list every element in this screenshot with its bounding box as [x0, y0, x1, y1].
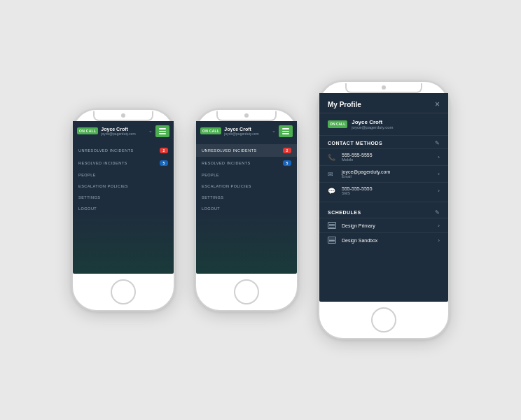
- phone-3-home-button[interactable]: [371, 307, 396, 332]
- menu-item-2-resolved-badge: 5: [283, 160, 291, 166]
- hamburger-line-1: [282, 128, 289, 130]
- menu-item-2-escalation-label: ESCALATION POLICIES: [202, 184, 291, 188]
- phone-1-on-call-badge: ON CALL: [77, 127, 98, 134]
- phone-1-menu-screen: ON CALL Joyce Croft joyce@pagerduty.com …: [73, 121, 174, 274]
- sms-icon: 💬: [328, 188, 336, 195]
- profile-on-call-badge: ON CALL: [328, 120, 347, 128]
- menu-item-unresolved[interactable]: UNRESOLVED INCIDENTS 2: [73, 144, 174, 157]
- menu-item-escalation[interactable]: ESCALATION POLICIES: [73, 181, 174, 192]
- phone-2-top-bar: [216, 111, 277, 121]
- profile-header: My Profile ×: [319, 93, 448, 113]
- schedule-design-primary[interactable]: Design Primary ›: [319, 218, 448, 232]
- menu-item-2-settings[interactable]: SETTINGS: [196, 192, 297, 203]
- menu-item-logout-label: LOGOUT: [78, 206, 168, 211]
- contact-email-chevron-icon: ›: [438, 171, 440, 177]
- menu-item-2-escalation[interactable]: ESCALATION POLICIES: [196, 181, 297, 192]
- menu-item-2-unresolved-badge: 2: [283, 148, 291, 153]
- menu-item-2-people[interactable]: PEOPLE: [196, 169, 297, 181]
- menu-item-unresolved-badge: 2: [160, 148, 168, 153]
- schedules-title: SCHEDULES: [328, 210, 361, 215]
- phone-2-menu-items: UNRESOLVED INCIDENTS 2 RESOLVED INCIDENT…: [196, 141, 297, 217]
- phone-2-hamburger-button[interactable]: [279, 125, 293, 137]
- phone-3: My Profile × ON CALL Joyce Croft joyce@p…: [318, 80, 450, 340]
- section-divider: [319, 202, 448, 202]
- contact-phone[interactable]: 📞 555-555-5555 Mobile ›: [319, 148, 448, 165]
- schedules-edit-icon[interactable]: ✎: [435, 209, 440, 216]
- phone-2-menu-screen: ON CALL Joyce Croft joyce@pagerduty.com …: [196, 121, 297, 274]
- contact-sms-type: SMS: [342, 191, 438, 195]
- phone-2-user-info: Joyce Croft joyce@pagerduty.com: [224, 127, 269, 136]
- menu-item-settings-label: SETTINGS: [78, 195, 168, 200]
- phone-2-screen-wrapper: ON CALL Joyce Croft joyce@pagerduty.com …: [196, 121, 297, 274]
- schedule-primary-chevron-icon: ›: [438, 223, 440, 229]
- menu-item-2-unresolved[interactable]: UNRESOLVED INCIDENTS 2: [196, 144, 297, 157]
- contact-methods-title: CONTACT METHODS: [328, 141, 382, 146]
- menu-item-2-logout-label: LOGOUT: [202, 206, 291, 211]
- profile-user-row: ON CALL Joyce Croft joyce@pagerduty.com: [319, 113, 448, 136]
- phone-2-user-email: joyce@pagerduty.com: [224, 132, 269, 136]
- schedule-sandbox-icon: [328, 237, 336, 244]
- contact-phone-value: 555-555-5555: [342, 153, 438, 158]
- contact-sms[interactable]: 💬 555-555-5555 SMS ›: [319, 182, 448, 199]
- schedule-primary-icon: [328, 222, 336, 229]
- hamburger-line-1: [159, 128, 166, 130]
- menu-item-people[interactable]: PEOPLE: [73, 169, 174, 181]
- phone-2-home-button[interactable]: [234, 279, 259, 304]
- menu-item-unresolved-label: UNRESOLVED INCIDENTS: [78, 148, 160, 153]
- phone-3-top-bar: [345, 83, 422, 93]
- phone-1: ON CALL Joyce Croft joyce@pagerduty.com …: [71, 108, 175, 312]
- contact-email-type: Email: [342, 174, 438, 178]
- phone-1-top-bar: [93, 111, 153, 121]
- schedule-sandbox-chevron-icon: ›: [438, 237, 440, 244]
- menu-item-2-logout[interactable]: LOGOUT: [196, 203, 297, 214]
- menu-item-resolved[interactable]: RESOLVED INCIDENTS 5: [73, 157, 174, 169]
- contact-email[interactable]: ✉ joyce@pagerduty.com Email ›: [319, 165, 448, 182]
- menu-item-escalation-label: ESCALATION POLICIES: [78, 184, 168, 188]
- phone-1-menu-items: UNRESOLVED INCIDENTS 2 RESOLVED INCIDENT…: [73, 141, 174, 217]
- phone-1-header: ON CALL Joyce Croft joyce@pagerduty.com …: [73, 121, 174, 141]
- phone-1-hamburger-button[interactable]: [155, 125, 169, 137]
- schedule-sandbox-label: Design Sandbox: [342, 238, 438, 243]
- phone-1-user-email: joyce@pagerduty.com: [101, 132, 146, 136]
- menu-item-logout[interactable]: LOGOUT: [73, 203, 174, 214]
- phone-1-user-name: Joyce Croft: [101, 127, 146, 132]
- schedules-section-header: SCHEDULES ✎: [319, 205, 448, 218]
- phone-1-user-info: Joyce Croft joyce@pagerduty.com: [101, 127, 146, 136]
- profile-user-email: joyce@pagerduty.com: [352, 125, 393, 130]
- email-icon: ✉: [328, 171, 336, 178]
- hamburger-line-3: [159, 133, 166, 134]
- menu-item-people-label: PEOPLE: [78, 173, 168, 177]
- close-button[interactable]: ×: [435, 100, 440, 108]
- menu-item-resolved-badge: 5: [160, 160, 168, 166]
- hamburger-line-3: [282, 133, 289, 134]
- menu-item-2-resolved[interactable]: RESOLVED INCIDENTS 5: [196, 157, 297, 169]
- phone-2: ON CALL Joyce Croft joyce@pagerduty.com …: [195, 108, 298, 312]
- contact-sms-value: 555-555-5555: [342, 186, 438, 191]
- menu-item-2-resolved-label: RESOLVED INCIDENTS: [202, 161, 283, 165]
- contact-phone-type: Mobile: [342, 158, 438, 162]
- contact-sms-text: 555-555-5555 SMS: [342, 186, 438, 195]
- profile-title: My Profile: [328, 101, 361, 108]
- menu-item-2-people-label: PEOPLE: [202, 173, 291, 177]
- menu-item-resolved-label: RESOLVED INCIDENTS: [78, 161, 160, 165]
- contact-email-value: joyce@pagerduty.com: [342, 169, 438, 174]
- phone-2-on-call-badge: ON CALL: [200, 127, 221, 134]
- menu-item-settings[interactable]: SETTINGS: [73, 192, 174, 203]
- phone-1-home-button[interactable]: [111, 279, 136, 304]
- phone-2-header: ON CALL Joyce Croft joyce@pagerduty.com …: [196, 121, 297, 141]
- contact-sms-chevron-icon: ›: [438, 188, 440, 194]
- phone-2-user-name: Joyce Croft: [224, 127, 269, 132]
- contact-phone-text: 555-555-5555 Mobile: [342, 153, 438, 162]
- profile-user-info: Joyce Croft joyce@pagerduty.com: [352, 119, 393, 130]
- contact-edit-icon[interactable]: ✎: [435, 140, 440, 146]
- phone-3-profile-screen: My Profile × ON CALL Joyce Croft joyce@p…: [319, 93, 448, 302]
- contact-methods-section-header: CONTACT METHODS ✎: [319, 136, 448, 148]
- phone-1-screen-wrapper: ON CALL Joyce Croft joyce@pagerduty.com …: [73, 121, 174, 274]
- schedule-primary-label: Design Primary: [342, 223, 438, 228]
- menu-item-2-settings-label: SETTINGS: [202, 195, 291, 200]
- hamburger-line-2: [282, 131, 289, 132]
- scene: ON CALL Joyce Croft joyce@pagerduty.com …: [43, 52, 478, 368]
- schedule-design-sandbox[interactable]: Design Sandbox ›: [319, 232, 448, 247]
- contact-email-text: joyce@pagerduty.com Email: [342, 169, 438, 178]
- contact-phone-chevron-icon: ›: [438, 154, 440, 160]
